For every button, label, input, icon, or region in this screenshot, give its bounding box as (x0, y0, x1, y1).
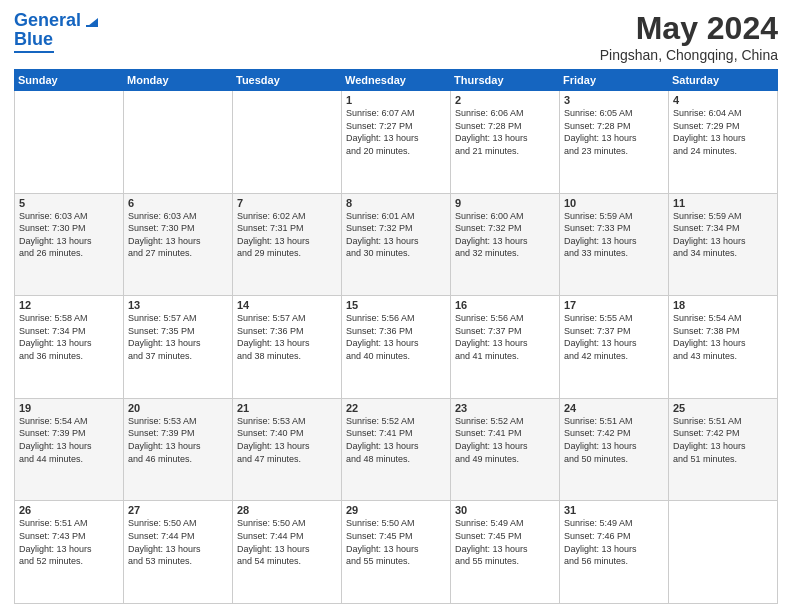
calendar-cell: 11Sunrise: 5:59 AM Sunset: 7:34 PM Dayli… (669, 193, 778, 296)
column-header-friday: Friday (560, 70, 669, 91)
day-number: 5 (19, 197, 119, 209)
day-info: Sunrise: 6:06 AM Sunset: 7:28 PM Dayligh… (455, 107, 555, 157)
column-header-sunday: Sunday (15, 70, 124, 91)
day-number: 11 (673, 197, 773, 209)
day-number: 9 (455, 197, 555, 209)
day-number: 21 (237, 402, 337, 414)
day-info: Sunrise: 6:03 AM Sunset: 7:30 PM Dayligh… (19, 210, 119, 260)
calendar-cell: 13Sunrise: 5:57 AM Sunset: 7:35 PM Dayli… (124, 296, 233, 399)
day-number: 22 (346, 402, 446, 414)
calendar-cell: 16Sunrise: 5:56 AM Sunset: 7:37 PM Dayli… (451, 296, 560, 399)
calendar-cell: 14Sunrise: 5:57 AM Sunset: 7:36 PM Dayli… (233, 296, 342, 399)
day-number: 14 (237, 299, 337, 311)
calendar-cell: 8Sunrise: 6:01 AM Sunset: 7:32 PM Daylig… (342, 193, 451, 296)
logo: General Blue (14, 10, 100, 53)
logo-underline (14, 51, 54, 53)
svg-marker-0 (88, 18, 98, 26)
calendar-cell: 22Sunrise: 5:52 AM Sunset: 7:41 PM Dayli… (342, 398, 451, 501)
day-info: Sunrise: 5:49 AM Sunset: 7:46 PM Dayligh… (564, 517, 664, 567)
day-number: 31 (564, 504, 664, 516)
day-info: Sunrise: 5:55 AM Sunset: 7:37 PM Dayligh… (564, 312, 664, 362)
calendar-cell: 25Sunrise: 5:51 AM Sunset: 7:42 PM Dayli… (669, 398, 778, 501)
calendar-cell: 12Sunrise: 5:58 AM Sunset: 7:34 PM Dayli… (15, 296, 124, 399)
day-info: Sunrise: 5:50 AM Sunset: 7:44 PM Dayligh… (237, 517, 337, 567)
day-number: 30 (455, 504, 555, 516)
day-number: 29 (346, 504, 446, 516)
day-info: Sunrise: 5:50 AM Sunset: 7:44 PM Dayligh… (128, 517, 228, 567)
day-info: Sunrise: 6:04 AM Sunset: 7:29 PM Dayligh… (673, 107, 773, 157)
calendar-cell: 15Sunrise: 5:56 AM Sunset: 7:36 PM Dayli… (342, 296, 451, 399)
calendar-cell: 1Sunrise: 6:07 AM Sunset: 7:27 PM Daylig… (342, 91, 451, 194)
day-number: 18 (673, 299, 773, 311)
calendar-cell: 31Sunrise: 5:49 AM Sunset: 7:46 PM Dayli… (560, 501, 669, 604)
day-info: Sunrise: 6:02 AM Sunset: 7:31 PM Dayligh… (237, 210, 337, 260)
day-number: 1 (346, 94, 446, 106)
page: General Blue May 2024 Pingshan, Chongqin… (0, 0, 792, 612)
day-number: 19 (19, 402, 119, 414)
day-info: Sunrise: 5:56 AM Sunset: 7:36 PM Dayligh… (346, 312, 446, 362)
calendar-cell: 10Sunrise: 5:59 AM Sunset: 7:33 PM Dayli… (560, 193, 669, 296)
day-number: 20 (128, 402, 228, 414)
column-header-wednesday: Wednesday (342, 70, 451, 91)
calendar-cell: 18Sunrise: 5:54 AM Sunset: 7:38 PM Dayli… (669, 296, 778, 399)
day-number: 3 (564, 94, 664, 106)
day-info: Sunrise: 5:59 AM Sunset: 7:33 PM Dayligh… (564, 210, 664, 260)
calendar-cell: 26Sunrise: 5:51 AM Sunset: 7:43 PM Dayli… (15, 501, 124, 604)
logo-text: General (14, 11, 81, 31)
calendar-cell: 21Sunrise: 5:53 AM Sunset: 7:40 PM Dayli… (233, 398, 342, 501)
day-info: Sunrise: 5:54 AM Sunset: 7:39 PM Dayligh… (19, 415, 119, 465)
calendar-cell: 24Sunrise: 5:51 AM Sunset: 7:42 PM Dayli… (560, 398, 669, 501)
calendar-cell: 17Sunrise: 5:55 AM Sunset: 7:37 PM Dayli… (560, 296, 669, 399)
day-number: 23 (455, 402, 555, 414)
day-info: Sunrise: 5:51 AM Sunset: 7:42 PM Dayligh… (673, 415, 773, 465)
calendar-cell: 19Sunrise: 5:54 AM Sunset: 7:39 PM Dayli… (15, 398, 124, 501)
column-header-tuesday: Tuesday (233, 70, 342, 91)
logo-icon (84, 12, 100, 28)
day-number: 6 (128, 197, 228, 209)
calendar-cell: 23Sunrise: 5:52 AM Sunset: 7:41 PM Dayli… (451, 398, 560, 501)
day-info: Sunrise: 5:57 AM Sunset: 7:35 PM Dayligh… (128, 312, 228, 362)
calendar-row-2: 5Sunrise: 6:03 AM Sunset: 7:30 PM Daylig… (15, 193, 778, 296)
day-number: 8 (346, 197, 446, 209)
day-number: 12 (19, 299, 119, 311)
day-info: Sunrise: 5:53 AM Sunset: 7:39 PM Dayligh… (128, 415, 228, 465)
calendar-cell: 2Sunrise: 6:06 AM Sunset: 7:28 PM Daylig… (451, 91, 560, 194)
column-header-monday: Monday (124, 70, 233, 91)
calendar-cell: 29Sunrise: 5:50 AM Sunset: 7:45 PM Dayli… (342, 501, 451, 604)
day-number: 15 (346, 299, 446, 311)
day-number: 28 (237, 504, 337, 516)
day-info: Sunrise: 5:59 AM Sunset: 7:34 PM Dayligh… (673, 210, 773, 260)
day-number: 13 (128, 299, 228, 311)
logo-blue-text: Blue (14, 30, 53, 50)
day-number: 4 (673, 94, 773, 106)
calendar-cell: 7Sunrise: 6:02 AM Sunset: 7:31 PM Daylig… (233, 193, 342, 296)
column-header-saturday: Saturday (669, 70, 778, 91)
day-number: 25 (673, 402, 773, 414)
calendar-cell (233, 91, 342, 194)
title-block: May 2024 Pingshan, Chongqing, China (600, 10, 778, 63)
day-info: Sunrise: 5:52 AM Sunset: 7:41 PM Dayligh… (455, 415, 555, 465)
day-number: 24 (564, 402, 664, 414)
day-number: 16 (455, 299, 555, 311)
day-info: Sunrise: 5:51 AM Sunset: 7:43 PM Dayligh… (19, 517, 119, 567)
day-info: Sunrise: 5:53 AM Sunset: 7:40 PM Dayligh… (237, 415, 337, 465)
calendar-cell: 30Sunrise: 5:49 AM Sunset: 7:45 PM Dayli… (451, 501, 560, 604)
day-number: 2 (455, 94, 555, 106)
day-info: Sunrise: 5:51 AM Sunset: 7:42 PM Dayligh… (564, 415, 664, 465)
day-number: 27 (128, 504, 228, 516)
day-info: Sunrise: 6:03 AM Sunset: 7:30 PM Dayligh… (128, 210, 228, 260)
day-number: 10 (564, 197, 664, 209)
day-info: Sunrise: 6:00 AM Sunset: 7:32 PM Dayligh… (455, 210, 555, 260)
calendar-cell: 27Sunrise: 5:50 AM Sunset: 7:44 PM Dayli… (124, 501, 233, 604)
day-info: Sunrise: 5:54 AM Sunset: 7:38 PM Dayligh… (673, 312, 773, 362)
calendar-cell: 3Sunrise: 6:05 AM Sunset: 7:28 PM Daylig… (560, 91, 669, 194)
calendar-cell: 9Sunrise: 6:00 AM Sunset: 7:32 PM Daylig… (451, 193, 560, 296)
calendar-row-1: 1Sunrise: 6:07 AM Sunset: 7:27 PM Daylig… (15, 91, 778, 194)
day-info: Sunrise: 5:56 AM Sunset: 7:37 PM Dayligh… (455, 312, 555, 362)
calendar-table: SundayMondayTuesdayWednesdayThursdayFrid… (14, 69, 778, 604)
calendar-row-3: 12Sunrise: 5:58 AM Sunset: 7:34 PM Dayli… (15, 296, 778, 399)
day-info: Sunrise: 5:52 AM Sunset: 7:41 PM Dayligh… (346, 415, 446, 465)
column-header-thursday: Thursday (451, 70, 560, 91)
calendar-header-row: SundayMondayTuesdayWednesdayThursdayFrid… (15, 70, 778, 91)
day-info: Sunrise: 5:58 AM Sunset: 7:34 PM Dayligh… (19, 312, 119, 362)
